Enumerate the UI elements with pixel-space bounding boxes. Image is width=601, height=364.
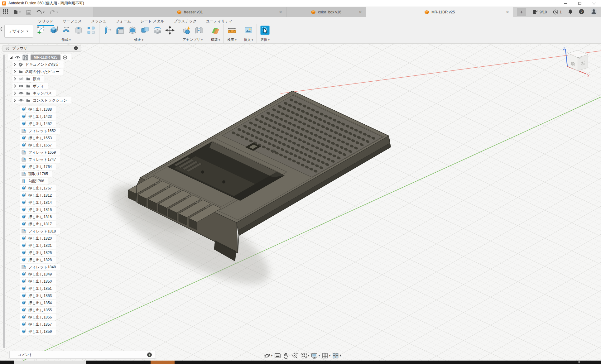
browser-scrollbar[interactable] — [3, 55, 5, 348]
new-tab-button[interactable]: + — [517, 8, 526, 16]
feature-row[interactable]: 押し出し1820 — [20, 235, 56, 242]
feature-row[interactable]: 押し出し1855 — [20, 307, 56, 313]
feature-row[interactable]: 押し出し1849 — [20, 271, 56, 277]
save-icon[interactable] — [26, 10, 31, 15]
move-copy-button[interactable] — [164, 24, 176, 37]
feature-row[interactable]: 押し出し1825 — [20, 250, 56, 256]
measure-button[interactable] — [226, 24, 238, 37]
grid-display-button[interactable]: ▾ — [321, 352, 330, 359]
browser-minimize-icon[interactable] — [74, 46, 78, 51]
minimize-button[interactable] — [559, 0, 573, 7]
feature-row[interactable]: 押し出し1423 — [20, 113, 56, 120]
display-settings-button[interactable]: ▾ — [311, 352, 320, 359]
notifications-bell-icon[interactable] — [568, 9, 573, 15]
tab-close-icon[interactable]: ✕ — [279, 10, 282, 14]
ribbon-group-label[interactable]: 修正 ▾ — [134, 37, 143, 42]
browser-folder-row[interactable]: キャンバス — [12, 90, 56, 96]
feature-row[interactable]: 押し出し1821 — [20, 242, 56, 249]
viewports-button[interactable]: ▾ — [332, 352, 341, 359]
model-canvas[interactable] — [0, 44, 601, 361]
feature-row[interactable]: 押し出し1853 — [20, 293, 56, 299]
new-component-button[interactable] — [180, 24, 193, 37]
create-sketch-button[interactable] — [35, 24, 47, 37]
feature-row[interactable]: 押し出し1816 — [20, 214, 56, 220]
fillet-button[interactable] — [114, 24, 126, 37]
feature-row[interactable]: 押し出し1814 — [20, 199, 56, 206]
view-cube[interactable]: Z X 上 前 右 — [549, 46, 599, 84]
timeline-position-marker[interactable] — [579, 361, 579, 363]
workspace-selector[interactable]: デザイン — [4, 25, 33, 38]
tab-close-icon[interactable]: ✕ — [506, 10, 509, 14]
split-body-button[interactable] — [151, 24, 164, 37]
pattern-button[interactable] — [85, 24, 97, 37]
help-icon[interactable]: ? — [579, 9, 584, 15]
close-button[interactable] — [587, 0, 601, 7]
combine-button[interactable] — [139, 24, 151, 37]
feature-row[interactable]: 押し出し1452 — [20, 121, 56, 127]
feature-row[interactable]: 押し出し1828 — [20, 257, 56, 263]
feature-row[interactable]: 押し出し1850 — [20, 278, 56, 285]
browser-folder-row[interactable]: ドキュメントの設定 — [12, 61, 64, 68]
maximize-button[interactable] — [573, 0, 587, 7]
feature-row[interactable]: フィレット1652 — [20, 128, 60, 134]
timeline-segment[interactable] — [0, 361, 14, 364]
browser-root-row[interactable]: MR-11DR v25 — [8, 54, 71, 60]
look-at-button[interactable] — [274, 352, 281, 359]
timeline-strip[interactable] — [0, 361, 601, 364]
orbit-button[interactable]: ▾ — [263, 352, 272, 359]
browser-folder-row[interactable]: 原点 — [12, 76, 44, 82]
timeline-segment[interactable] — [175, 361, 601, 364]
comments-bar[interactable]: コメント + — [9, 351, 156, 359]
feature-row[interactable]: 押し出し1657 — [20, 142, 56, 148]
feature-row[interactable]: 面取り1765 — [20, 171, 52, 177]
document-tab[interactable]: freezer v31✕ — [94, 7, 286, 17]
job-status[interactable]: 9/10 — [533, 9, 547, 15]
feature-row[interactable]: フィレット1659 — [20, 149, 60, 156]
feature-row[interactable]: 押し出し1767 — [20, 185, 56, 191]
hole-button[interactable] — [72, 24, 85, 37]
shell-button[interactable] — [126, 24, 139, 37]
ribbon-group-label[interactable]: 検査 ▾ — [227, 37, 237, 42]
document-tab[interactable]: MR-11DR v25✕ — [366, 7, 513, 17]
add-comment-icon[interactable]: + — [147, 352, 152, 357]
feature-row[interactable]: 押し出し1815 — [20, 207, 56, 213]
document-tab[interactable]: color_box v16✕ — [286, 7, 366, 17]
ribbon-group-label[interactable]: 構築 ▾ — [211, 37, 220, 42]
construction-plane-button[interactable] — [209, 24, 222, 37]
revolve-button[interactable] — [60, 24, 72, 37]
timeline-segment[interactable] — [151, 361, 175, 364]
browser-folder-row[interactable]: ボディ — [12, 83, 48, 89]
redo-icon[interactable] — [50, 10, 59, 14]
pan-button[interactable] — [283, 352, 290, 359]
ribbon-group-label[interactable]: アセンブリ ▾ — [183, 37, 203, 42]
app-grid-menu-icon[interactable] — [3, 9, 8, 15]
timeline-segment[interactable] — [14, 361, 86, 364]
ribbon-group-label[interactable]: 挿入 ▾ — [244, 37, 253, 42]
fit-button[interactable]: ▾ — [300, 352, 309, 359]
feature-row[interactable]: 押し出し1851 — [20, 285, 56, 292]
feature-row[interactable]: 押し出し1812 — [20, 192, 56, 199]
press-pull-button[interactable] — [101, 24, 114, 37]
data-panel-toggle[interactable] — [0, 26, 3, 33]
feature-row[interactable]: 押し出し1388 — [20, 106, 56, 113]
undo-icon[interactable] — [36, 10, 45, 14]
file-menu-icon[interactable] — [13, 9, 21, 15]
ribbon-group-label[interactable]: 作成 ▾ — [61, 37, 71, 42]
browser-folder-row[interactable]: コンストラクション — [12, 97, 71, 103]
feature-row[interactable]: フィレット1848 — [20, 264, 60, 270]
feature-row[interactable]: 押し出し1653 — [20, 135, 56, 141]
feature-row[interactable]: 押し出し1817 — [20, 221, 56, 227]
browser-header[interactable]: ブラウザ — [2, 45, 81, 52]
browser-folder-row[interactable]: 名前の付いたビュー — [12, 69, 63, 75]
viewport[interactable]: Z X 上 前 右 ブラウザ MR-11DR v25ドキュメントの設定名前の付い… — [0, 44, 601, 361]
feature-row[interactable]: 押し出し1859 — [20, 328, 56, 335]
extrude-button[interactable] — [47, 24, 60, 37]
feature-row[interactable]: フィレット1818 — [20, 228, 60, 234]
zoom-button[interactable] — [291, 352, 299, 359]
insert-image-button[interactable] — [242, 24, 255, 37]
feature-row[interactable]: 勾配1766 — [20, 178, 48, 184]
timeline-segment[interactable] — [86, 361, 151, 364]
feature-row[interactable]: 押し出し1854 — [20, 300, 56, 306]
feature-row[interactable]: フィレット1747 — [20, 156, 60, 163]
joint-button[interactable] — [193, 24, 205, 37]
